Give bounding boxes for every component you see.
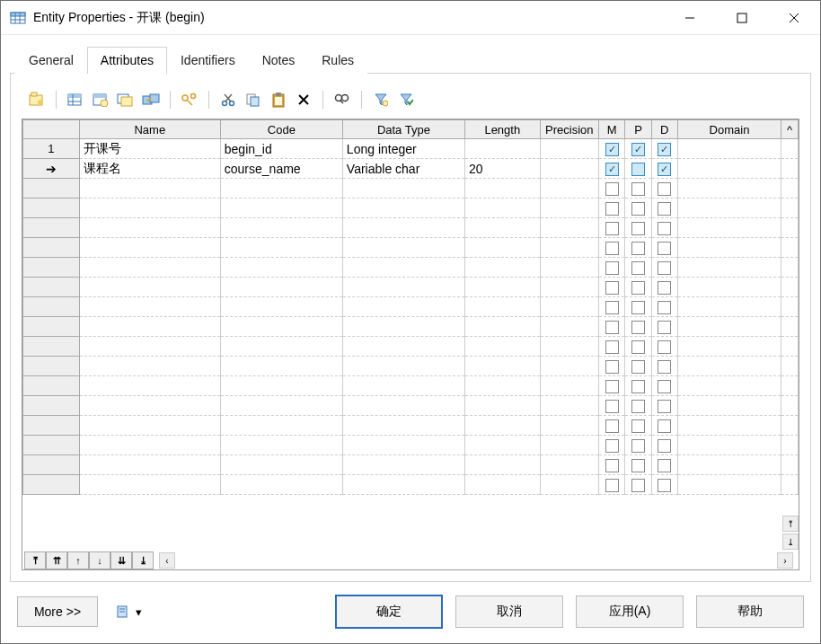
first-row-button[interactable]: ⤒ (24, 551, 46, 569)
checkbox[interactable] (658, 301, 671, 314)
keys-icon[interactable] (178, 88, 201, 111)
checkbox[interactable] (605, 340, 619, 354)
scroll-down-full-icon[interactable]: ⤓ (782, 534, 799, 550)
help-button[interactable]: 帮助 (696, 595, 804, 628)
checkbox[interactable] (658, 222, 671, 235)
checkbox[interactable] (658, 439, 671, 453)
ok-button[interactable]: 确定 (335, 595, 443, 629)
table-row[interactable]: 1 开课号 begin_id Long integer (23, 139, 799, 159)
checkbox[interactable] (658, 182, 671, 196)
properties-icon[interactable] (25, 88, 49, 111)
cell-length[interactable]: 20 (464, 159, 540, 179)
row-header[interactable]: 1 (23, 139, 80, 159)
checkbox[interactable] (631, 242, 645, 255)
checkbox[interactable] (605, 459, 619, 472)
cell-d[interactable] (651, 159, 677, 179)
checkbox[interactable] (658, 321, 671, 334)
checkbox[interactable] (658, 143, 671, 156)
tools-menu-button[interactable]: ▾ (110, 601, 147, 622)
cell-datatype[interactable]: Long integer (342, 139, 464, 159)
checkbox[interactable] (658, 419, 671, 433)
delete-icon[interactable] (292, 88, 315, 111)
maximize-button[interactable] (716, 1, 768, 34)
checkbox[interactable] (605, 202, 619, 216)
table-row-empty[interactable] (23, 396, 799, 416)
table-row-empty[interactable] (23, 218, 799, 238)
table-row-empty[interactable] (23, 376, 799, 396)
checkbox[interactable] (605, 321, 619, 334)
col-name[interactable]: Name (79, 120, 220, 139)
more-button[interactable]: More >> (17, 596, 98, 627)
checkbox[interactable] (605, 380, 619, 393)
checkbox[interactable] (631, 261, 645, 275)
cell-d[interactable] (651, 139, 677, 159)
scroll-up-full-icon[interactable]: ⤒ (782, 516, 799, 532)
table-row-empty[interactable] (23, 179, 799, 198)
apply-button[interactable]: 应用(A) (576, 595, 684, 628)
col-m[interactable]: M (599, 120, 625, 139)
col-d[interactable]: D (651, 120, 677, 139)
checkbox[interactable] (658, 202, 671, 216)
checkbox[interactable] (605, 163, 619, 176)
row-header-col[interactable] (23, 120, 80, 139)
checkbox[interactable] (631, 222, 645, 235)
cell-p[interactable] (625, 159, 651, 179)
cell-name[interactable]: 开课号 (79, 139, 220, 159)
table-row-empty[interactable] (23, 337, 799, 357)
cell-domain[interactable] (677, 159, 781, 179)
table-row-empty[interactable] (23, 297, 799, 317)
checkbox[interactable] (605, 182, 619, 196)
checkbox[interactable] (658, 360, 671, 374)
prev-row-button[interactable]: ↑ (67, 551, 89, 569)
cancel-button[interactable]: 取消 (455, 595, 563, 628)
checkbox[interactable] (631, 143, 645, 156)
add-rows-icon[interactable] (114, 88, 137, 111)
checkbox[interactable] (631, 360, 645, 374)
checkbox[interactable] (631, 163, 645, 176)
hscroll-left[interactable]: ‹ (159, 552, 175, 569)
checkbox[interactable] (658, 242, 671, 255)
cell-m[interactable] (599, 159, 625, 179)
replace-icon[interactable] (139, 88, 163, 111)
col-precision[interactable]: Precision (540, 120, 598, 139)
cell-precision[interactable] (540, 139, 598, 159)
checkbox[interactable] (631, 380, 645, 393)
col-domain[interactable]: Domain (677, 120, 781, 139)
insert-row-icon[interactable] (64, 88, 87, 111)
checkbox[interactable] (631, 182, 645, 196)
checkbox[interactable] (605, 301, 619, 314)
close-button[interactable] (768, 1, 820, 34)
checkbox[interactable] (631, 321, 645, 334)
checkbox[interactable] (631, 459, 645, 472)
col-length[interactable]: Length (464, 120, 540, 139)
col-scroll[interactable]: ^ (781, 120, 799, 139)
table-row-empty[interactable] (23, 436, 799, 455)
cell-code[interactable]: course_name (220, 159, 342, 179)
tab-identifiers[interactable]: Identifiers (167, 47, 249, 74)
checkbox[interactable] (658, 479, 671, 492)
checkbox[interactable] (658, 261, 671, 275)
tab-general[interactable]: General (15, 47, 87, 74)
table-row-empty[interactable] (23, 278, 799, 297)
checkbox[interactable] (631, 400, 645, 413)
minimize-button[interactable] (664, 1, 716, 34)
checkbox[interactable] (605, 222, 619, 235)
checkbox[interactable] (605, 419, 619, 433)
paste-icon[interactable] (267, 88, 290, 111)
checkbox[interactable] (631, 479, 645, 492)
table-row-empty[interactable] (23, 198, 799, 218)
table-row-empty[interactable] (23, 238, 799, 258)
checkbox[interactable] (631, 281, 645, 295)
cell-domain[interactable] (677, 139, 781, 159)
table-row-empty[interactable] (23, 475, 799, 495)
checkbox[interactable] (605, 281, 619, 295)
add-row-icon[interactable] (89, 88, 112, 111)
col-p[interactable]: P (625, 120, 651, 139)
table-row[interactable]: ➔ 课程名 course_name Variable char 20 (23, 159, 799, 179)
table-row-empty[interactable] (23, 357, 799, 376)
cell-precision[interactable] (540, 159, 598, 179)
cell-p[interactable] (625, 139, 651, 159)
last-row-button[interactable]: ⤓ (132, 551, 154, 569)
cell-datatype[interactable]: Variable char (342, 159, 464, 179)
table-row-empty[interactable] (23, 258, 799, 278)
